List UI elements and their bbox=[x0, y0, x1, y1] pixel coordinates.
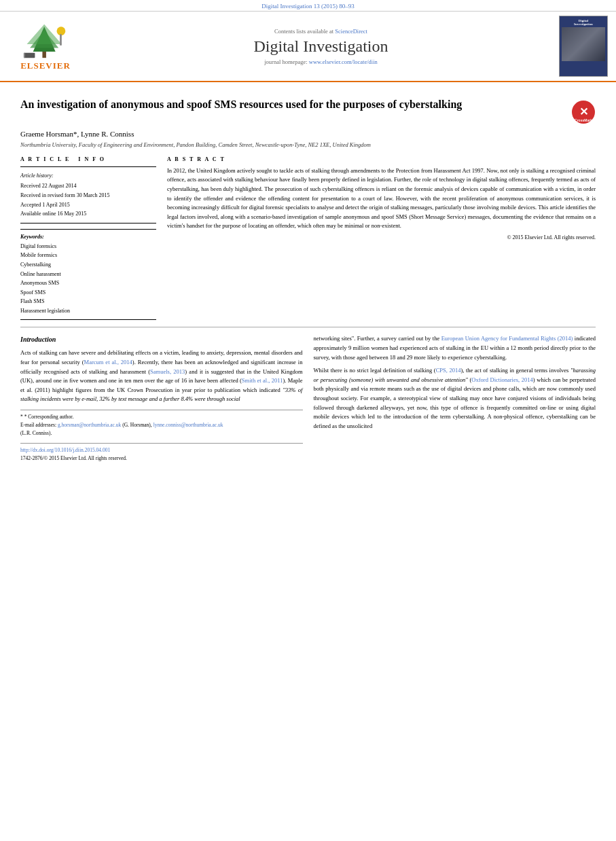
keyword-digital-forensics: Digital forensics bbox=[20, 242, 156, 251]
marcum-ref[interactable]: Marcum et al., 2014 bbox=[84, 359, 132, 365]
abstract-paragraph: In 2012, the United Kingdom actively sou… bbox=[167, 166, 596, 231]
email1-link[interactable]: g.horsman@northumbria.ac.uk bbox=[58, 422, 121, 428]
abstract-text: In 2012, the United Kingdom actively sou… bbox=[167, 166, 596, 243]
and-word: and bbox=[189, 368, 197, 375]
authors-text: Graeme Horsman*, Lynne R. Conniss bbox=[20, 130, 134, 138]
body-left-para1: Acts of stalking can have severe and deb… bbox=[20, 348, 303, 404]
abstract-column: A B S T R A C T In 2012, the United King… bbox=[167, 156, 596, 321]
email-label: E-mail addresses: bbox=[20, 422, 56, 428]
journal-reference-bar: Digital Investigation 13 (2015) 80–93 bbox=[0, 0, 616, 12]
homepage-label: journal homepage: bbox=[264, 58, 308, 65]
crossmark-icon: ✕ CrossMark bbox=[571, 100, 596, 124]
oxford-ref[interactable]: Oxford Dictionaries, 2014 bbox=[471, 376, 532, 383]
doi-link[interactable]: http://dx.doi.org/10.1016/j.diin.2015.04… bbox=[20, 447, 110, 453]
keyword-harassment-legislation: Harassment legislation bbox=[20, 306, 156, 316]
journal-homepage-line: journal homepage: www.elsevier.com/locat… bbox=[83, 58, 559, 65]
svg-text:CrossMark: CrossMark bbox=[575, 118, 592, 122]
samuels-ref[interactable]: Samuels, 2013 bbox=[150, 368, 185, 375]
journal-title: Digital Investigation bbox=[83, 37, 559, 56]
elsevier-wordmark: ELSEVIER bbox=[20, 60, 71, 71]
body-right-para1: networking sites". Further, a survey car… bbox=[314, 334, 596, 362]
svg-rect-0 bbox=[42, 52, 46, 58]
affiliation-text: Northumbria University, Faculty of Engin… bbox=[20, 141, 596, 149]
email2-name: (L.R. Conniss). bbox=[20, 430, 52, 436]
svg-rect-5 bbox=[60, 34, 62, 45]
elsevier-logo: ELSEVIER bbox=[8, 22, 83, 71]
article-title: An investigation of anonymous and spoof … bbox=[20, 97, 571, 112]
journal-header-middle: Contents lists available at ScienceDirec… bbox=[83, 28, 559, 65]
article-info-box: Article history: Received 22 August 2014… bbox=[20, 166, 156, 223]
body-left-column: Introduction Acts of stalking can have s… bbox=[20, 334, 303, 463]
corresponding-label: * Corresponding author. bbox=[24, 414, 74, 420]
footnote-emails: E-mail addresses: g.horsman@northumbria.… bbox=[20, 421, 303, 437]
article-info-heading: A R T I C L E I N F O bbox=[20, 156, 156, 162]
keyword-online-harassment: Online harassment bbox=[20, 270, 156, 279]
cps-ref[interactable]: CPS, 2014 bbox=[436, 367, 461, 374]
article-info-column: A R T I C L E I N F O Article history: R… bbox=[20, 156, 156, 321]
journal-reference-text: Digital Investigation 13 (2015) 80–93 bbox=[261, 3, 354, 10]
svg-rect-7 bbox=[24, 52, 25, 57]
the-use-of-text: the use of bbox=[422, 385, 446, 392]
keyword-flash-sms: Flash SMS bbox=[20, 297, 156, 306]
svg-marker-3 bbox=[27, 24, 62, 43]
authors-line: Graeme Horsman*, Lynne R. Conniss bbox=[20, 130, 596, 138]
email1-name: (G. Horsman), bbox=[122, 422, 152, 428]
received-date: Received 22 August 2014 bbox=[20, 181, 156, 191]
abstract-heading: A B S T R A C T bbox=[167, 156, 596, 162]
contents-available-line: Contents lists available at ScienceDirec… bbox=[83, 28, 559, 35]
accepted-date: Accepted 1 April 2015 bbox=[20, 200, 156, 210]
keyword-mobile-forensics: Mobile forensics bbox=[20, 251, 156, 260]
elsevier-tree-icon bbox=[18, 22, 73, 59]
the-word: the bbox=[431, 413, 437, 420]
article-history-label: Article history: bbox=[20, 171, 156, 181]
svg-text:✕: ✕ bbox=[579, 106, 588, 118]
body-text-section: Introduction Acts of stalking can have s… bbox=[20, 334, 596, 463]
issn-text: 1742-2876/© 2015 Elsevier Ltd. All right… bbox=[20, 454, 303, 463]
acts-word: acts bbox=[71, 368, 79, 375]
eu-agency-ref[interactable]: European Union Agency for Fundamental Ri… bbox=[441, 335, 573, 342]
journal-header: ELSEVIER Contents lists available at Sci… bbox=[0, 12, 616, 82]
smith-ref[interactable]: Smith et al., 2011 bbox=[242, 377, 283, 384]
keywords-label: Keywords: bbox=[20, 234, 156, 240]
revised-date: Received in revised form 30 March 2015 bbox=[20, 191, 156, 200]
keyword-anonymous-sms: Anonymous SMS bbox=[20, 279, 156, 288]
keyword-spoof-sms: Spoof SMS bbox=[20, 288, 156, 298]
keywords-box: Keywords: Digital forensics Mobile foren… bbox=[20, 229, 156, 321]
journal-cover-thumbnail: DigitalInvestigation bbox=[559, 16, 608, 77]
footnote-section: * * Corresponding author. E-mail address… bbox=[20, 410, 303, 437]
doi-url: http://dx.doi.org/10.1016/j.diin.2015.04… bbox=[20, 446, 303, 454]
svg-rect-6 bbox=[24, 52, 35, 57]
contents-available-text: Contents lists available at bbox=[274, 28, 333, 35]
offence-word: offence bbox=[460, 404, 477, 411]
footnote-corresponding: * * Corresponding author. bbox=[20, 413, 303, 421]
sciencedirect-link[interactable]: ScienceDirect bbox=[335, 28, 367, 35]
introduction-heading: Introduction bbox=[20, 334, 303, 345]
svg-point-4 bbox=[57, 26, 66, 35]
copyright-line: © 2015 Elsevier Ltd. All rights reserved… bbox=[167, 234, 596, 243]
doi-section: http://dx.doi.org/10.1016/j.diin.2015.04… bbox=[20, 443, 303, 463]
article-info-abstract-section: A R T I C L E I N F O Article history: R… bbox=[20, 156, 596, 321]
email2-link[interactable]: lynne.conniss@northumbria.ac.uk bbox=[153, 422, 223, 428]
available-date: Available online 16 May 2015 bbox=[20, 209, 156, 219]
section-divider bbox=[20, 327, 596, 327]
body-right-para2: Whilst there is no strict legal definiti… bbox=[314, 366, 596, 431]
keyword-cyberstalking: Cyberstalking bbox=[20, 260, 156, 270]
main-content: An investigation of anonymous and spoof … bbox=[0, 82, 616, 469]
article-title-block: An investigation of anonymous and spoof … bbox=[20, 97, 596, 124]
body-right-column: networking sites". Further, a survey car… bbox=[314, 334, 596, 463]
homepage-url[interactable]: www.elsevier.com/locate/diin bbox=[309, 58, 378, 65]
